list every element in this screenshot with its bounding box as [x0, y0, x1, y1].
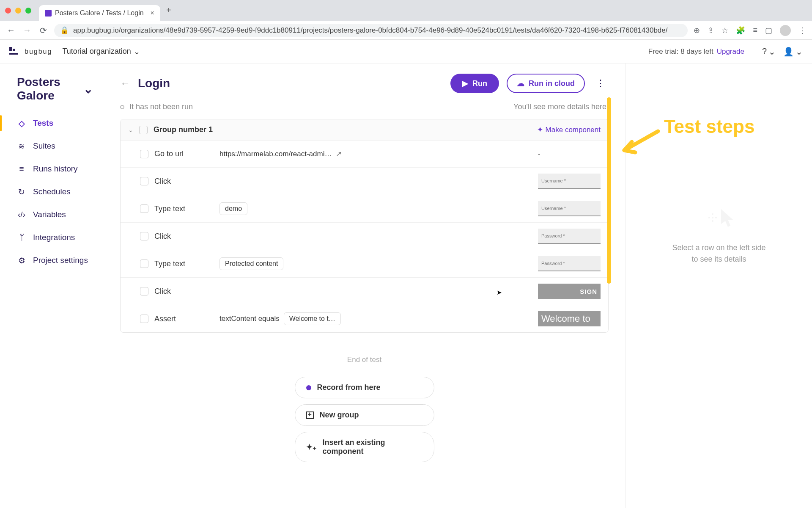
sidebar-item-label: Integrations	[33, 233, 75, 242]
bookmark-icon[interactable]: ☆	[721, 26, 728, 35]
more-menu-button[interactable]: ⋮	[593, 78, 609, 89]
logo-text: bugbug	[25, 48, 52, 55]
step-row-click[interactable]: Click Username *	[121, 168, 608, 195]
annotation-label: Test steps	[664, 116, 754, 137]
address-bar[interactable]: 🔒 app.bugbug.io/organizations/48e9d739-5…	[54, 24, 688, 37]
make-component-button[interactable]: ✦ Make component	[537, 125, 601, 134]
logo-icon	[9, 47, 21, 56]
close-window-icon[interactable]	[5, 8, 11, 14]
favicon-icon	[45, 10, 52, 17]
run-cloud-label: Run in cloud	[529, 79, 575, 88]
panel-icon[interactable]: ▢	[765, 26, 772, 35]
status-text: It has not been run	[129, 102, 193, 111]
group-checkbox[interactable]	[139, 126, 148, 134]
step-checkbox[interactable]	[140, 260, 148, 268]
step-row-type-text[interactable]: Type text demo Username *	[121, 195, 608, 223]
sidebar-item-schedules[interactable]: ↻ Schedules	[0, 180, 110, 203]
step-action: Click	[154, 232, 214, 241]
sidebar-item-runs-history[interactable]: ≡ Runs history	[0, 157, 110, 180]
element-preview: Username *	[538, 201, 601, 216]
window-controls	[5, 8, 31, 14]
maximize-window-icon[interactable]	[25, 8, 31, 14]
back-icon[interactable]: ←	[6, 25, 16, 35]
forward-icon[interactable]: →	[22, 25, 32, 35]
gear-icon: ⚙	[17, 256, 26, 265]
group-title: Group number 1	[154, 125, 213, 134]
page-title-row: ← Login ▶ Run ☁ Run in cloud ⋮	[120, 74, 609, 93]
sidebar-item-integrations[interactable]: ᛘ Integrations	[0, 226, 110, 249]
new-group-button[interactable]: New group	[295, 404, 434, 426]
external-link-icon[interactable]: ↗	[336, 149, 342, 158]
step-row-click[interactable]: Click Password *	[121, 223, 608, 250]
account-button[interactable]: 👤⌄	[783, 47, 803, 57]
step-checkbox[interactable]	[140, 177, 148, 185]
share-icon[interactable]: ⇪	[708, 26, 714, 35]
sidebar-item-label: Tests	[33, 119, 53, 128]
code-icon: ‹/›	[17, 210, 26, 219]
browser-tab[interactable]: Posters Galore / Tests / Login ×	[39, 5, 160, 21]
project-switcher[interactable]: Posters Galore ⌄	[0, 75, 110, 112]
upgrade-link[interactable]: Upgrade	[717, 47, 744, 56]
branch-icon: ᛘ	[17, 233, 26, 242]
step-group: ⌄ Group number 1 ✦ Make component Go to …	[120, 119, 609, 333]
zoom-icon[interactable]: ⊕	[694, 26, 700, 35]
app-header: bugbug Tutorial organization ⌄ Free tria…	[0, 40, 812, 64]
run-button[interactable]: ▶ Run	[450, 74, 499, 93]
logo[interactable]: bugbug	[9, 47, 52, 56]
sparkle-icon: ✦	[537, 125, 543, 134]
group-header[interactable]: ⌄ Group number 1 ✦ Make component	[121, 119, 608, 141]
step-row-type-text[interactable]: Type text Protected content Password *	[121, 250, 608, 278]
record-from-here-button[interactable]: Record from here	[295, 377, 434, 398]
sidebar-item-suites[interactable]: ≋ Suites	[0, 135, 110, 157]
step-action: Assert	[154, 315, 214, 323]
browser-toolbar: ← → ⟳ 🔒 app.bugbug.io/organizations/48e9…	[0, 21, 812, 40]
cloud-icon: ☁	[517, 79, 524, 88]
step-checkbox[interactable]	[140, 287, 148, 295]
lock-icon: 🔒	[60, 26, 69, 35]
step-action: Click	[154, 287, 214, 296]
project-name: Posters Galore	[17, 75, 79, 102]
sidebar-item-variables[interactable]: ‹/› Variables	[0, 203, 110, 226]
step-action: Go to url	[154, 149, 214, 158]
org-switcher[interactable]: Tutorial organization ⌄	[62, 47, 140, 56]
step-checkbox[interactable]	[140, 232, 148, 240]
new-tab-button[interactable]: +	[166, 6, 171, 15]
step-checkbox[interactable]	[140, 315, 148, 323]
run-in-cloud-button[interactable]: ☁ Run in cloud	[507, 74, 585, 93]
close-tab-icon[interactable]: ×	[151, 9, 154, 17]
chevron-down-icon: ⌄	[796, 47, 803, 57]
sidebar-item-label: Runs history	[33, 164, 78, 174]
clock-icon: ↻	[17, 187, 26, 196]
sidebar-item-project-settings[interactable]: ⚙ Project settings	[0, 249, 110, 272]
center-column: ← Login ▶ Run ☁ Run in cloud ⋮ It has no…	[110, 64, 626, 508]
sidebar-item-label: Suites	[33, 141, 55, 151]
record-label: Record from here	[317, 383, 381, 392]
cursor-placeholder-icon	[704, 205, 734, 230]
reload-icon[interactable]: ⟳	[38, 25, 48, 36]
play-icon: ▶	[462, 79, 468, 88]
layers-icon: ≋	[17, 141, 26, 151]
extensions-icon[interactable]: 🧩	[736, 26, 745, 35]
step-row-goto-url[interactable]: Go to url https://marmelab.com/react-adm…	[121, 141, 608, 168]
diamond-icon: ◇	[17, 119, 26, 128]
help-button[interactable]: ?⌄	[762, 47, 776, 57]
chevron-down-icon[interactable]: ⌄	[128, 127, 133, 133]
element-preview: Welcome to	[538, 311, 601, 326]
reading-list-icon[interactable]: ≡	[753, 26, 757, 35]
sidebar: Posters Galore ⌄ ◇ Tests ≋ Suites ≡ Runs…	[0, 64, 110, 508]
url-text: app.bugbug.io/organizations/48e9d739-595…	[73, 26, 668, 35]
minimize-window-icon[interactable]	[15, 8, 21, 14]
menu-icon[interactable]: ⋮	[798, 26, 806, 35]
main: ← Login ▶ Run ☁ Run in cloud ⋮ It has no…	[110, 64, 812, 508]
svg-rect-0	[9, 47, 12, 51]
profile-avatar-icon[interactable]	[780, 25, 791, 36]
insert-component-button[interactable]: ✦₊ Insert an existing component	[295, 432, 434, 462]
sidebar-item-label: Project settings	[33, 256, 88, 265]
back-arrow-icon[interactable]: ←	[120, 77, 130, 89]
sidebar-item-tests[interactable]: ◇ Tests	[0, 112, 110, 135]
step-checkbox[interactable]	[140, 204, 148, 213]
step-checkbox[interactable]	[140, 150, 148, 158]
step-row-assert[interactable]: Assert textContent equals Welcome to t… …	[121, 305, 608, 332]
step-row-click[interactable]: Click SIGN	[121, 278, 608, 305]
step-url: https://marmelab.com/react-admi…	[219, 150, 332, 158]
